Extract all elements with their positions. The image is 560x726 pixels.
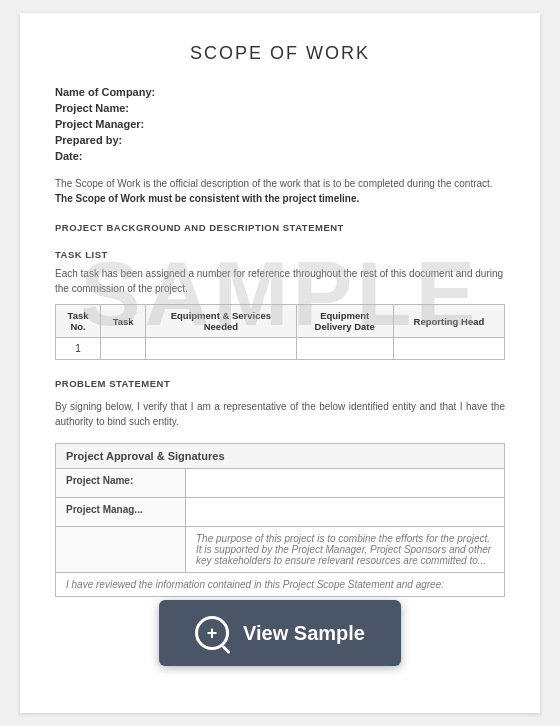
task-no-cell: 1: [56, 338, 101, 360]
equipment-services-cell: [146, 338, 296, 360]
search-handle: [221, 645, 230, 654]
intro-paragraph: The Scope of Work is the official descri…: [55, 176, 505, 206]
approval-label-project-manager: Project Manag...: [56, 498, 186, 526]
approval-value-project-manager: [186, 498, 504, 526]
col-delivery-date: EquipmentDelivery Date: [296, 305, 393, 338]
field-date: Date:: [55, 150, 505, 162]
reporting-head-cell: [393, 338, 504, 360]
approval-value-purpose: The purpose of this project is to combin…: [186, 527, 504, 572]
table-row: 1: [56, 338, 505, 360]
view-sample-button[interactable]: View Sample: [159, 600, 401, 666]
col-equipment-services: Equipment & ServicesNeeded: [146, 305, 296, 338]
section-problem-heading: PROBLEM STATEMENT: [55, 378, 505, 389]
approval-table: Project Approval & Signatures Project Na…: [55, 443, 505, 597]
field-prepared-by: Prepared by:: [55, 134, 505, 146]
task-table: TaskNo. Task Equipment & ServicesNeeded …: [55, 304, 505, 360]
approval-value-review: I have reviewed the information containe…: [56, 573, 504, 596]
document-title: SCOPE OF WORK: [55, 43, 505, 64]
approval-title: Project Approval & Signatures: [56, 444, 504, 469]
col-task-no: TaskNo.: [56, 305, 101, 338]
approval-row-purpose: The purpose of this project is to combin…: [56, 527, 504, 573]
task-cell: [101, 338, 146, 360]
field-company: Name of Company:: [55, 86, 505, 98]
field-project-name: Project Name:: [55, 102, 505, 114]
approval-row-project-manager: Project Manag...: [56, 498, 504, 527]
task-description: Each task has been assigned a number for…: [55, 266, 505, 296]
approval-label-purpose: [56, 527, 186, 572]
col-reporting-head: Reporting Head: [393, 305, 504, 338]
delivery-date-cell: [296, 338, 393, 360]
section-tasklist-heading: TASK LIST: [55, 249, 505, 260]
intro-line1: The Scope of Work is the official descri…: [55, 178, 493, 189]
approval-value-project-name: [186, 469, 504, 497]
col-task: Task: [101, 305, 146, 338]
view-sample-label: View Sample: [243, 622, 365, 645]
signing-text: By signing below, I verify that I am a r…: [55, 399, 505, 429]
field-project-manager: Project Manager:: [55, 118, 505, 130]
intro-line2: The Scope of Work must be consistent wit…: [55, 193, 359, 204]
fields-section: Name of Company: Project Name: Project M…: [55, 86, 505, 162]
search-plus-icon: [195, 616, 229, 650]
section-background-heading: PROJECT BACKGROUND AND DESCRIPTION STATE…: [55, 222, 505, 233]
approval-row-project-name: Project Name:: [56, 469, 504, 498]
approval-label-project-name: Project Name:: [56, 469, 186, 497]
approval-row-review: I have reviewed the information containe…: [56, 573, 504, 596]
